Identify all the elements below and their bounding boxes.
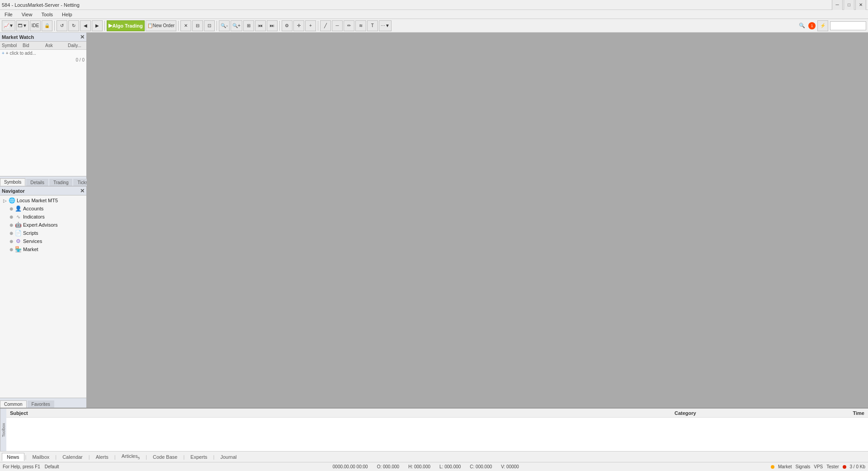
bottom-main: Subject Category Time bbox=[6, 409, 868, 451]
tab-favorites[interactable]: Favorites bbox=[28, 400, 54, 408]
menu-view[interactable]: View bbox=[19, 11, 35, 18]
status-right: Market Signals VPS Tester 3 / 0 Kb bbox=[771, 464, 865, 469]
lock-button[interactable]: 🔒 bbox=[42, 20, 52, 31]
nav-item-root[interactable]: ▷ 🌐 Locus Market MT5 bbox=[0, 196, 86, 205]
tab-common[interactable]: Common bbox=[0, 400, 27, 408]
close-all-button[interactable]: ✕ bbox=[180, 20, 191, 31]
back-button[interactable]: ◀ bbox=[80, 20, 91, 31]
text-tool[interactable]: T bbox=[367, 20, 378, 31]
minimize-button[interactable]: ─ bbox=[832, 0, 843, 10]
bottom-table-header: Subject Category Time bbox=[6, 409, 868, 418]
menu-tools[interactable]: Tools bbox=[38, 11, 56, 18]
nav-item-services[interactable]: ⊕ ⚙ Services bbox=[0, 237, 86, 245]
nav-item-market[interactable]: ⊕ 🏪 Market bbox=[0, 245, 86, 253]
signals-label: Signals bbox=[795, 464, 810, 469]
zoom-in-button[interactable]: 🔍+ bbox=[231, 20, 242, 31]
zoom-out-button[interactable]: 🔍- bbox=[219, 20, 230, 31]
col-category: Category bbox=[675, 410, 810, 416]
market-watch-close[interactable]: ✕ bbox=[80, 34, 85, 40]
separator-3 bbox=[178, 21, 179, 31]
ide-button[interactable]: IDE bbox=[30, 20, 41, 31]
tab-experts[interactable]: Experts bbox=[185, 453, 212, 461]
main-area: Market Watch ✕ Symbol Bid Ask Daily... +… bbox=[0, 33, 868, 408]
bottom-content: Toolbox Subject Category Time bbox=[0, 409, 868, 451]
market-status-dot bbox=[771, 465, 774, 469]
new-order-button[interactable]: 📋 New Order bbox=[146, 20, 176, 31]
col-daily: Daily... bbox=[66, 43, 86, 48]
status-bar: For Help, press F1 Default 0000.00.00 00… bbox=[0, 462, 868, 471]
toolbar-input[interactable] bbox=[830, 21, 866, 30]
nav-item-indicators[interactable]: ⊕ ∿ Indicators bbox=[0, 213, 86, 221]
period-forward-button[interactable]: ⏭ bbox=[267, 20, 278, 31]
forward-button[interactable]: ▶ bbox=[92, 20, 103, 31]
connect-button[interactable]: ⚡ bbox=[817, 20, 828, 31]
nav-item-scripts[interactable]: ⊕ 📄 Scripts bbox=[0, 229, 86, 237]
market-watch-columns: Symbol Bid Ask Daily... bbox=[0, 42, 86, 50]
scripts-icon: 📄 bbox=[14, 230, 22, 236]
new-chart-button[interactable]: 📈 ▼ bbox=[2, 20, 15, 31]
grid-button[interactable]: ⊞ bbox=[243, 20, 254, 31]
col-symbol: Symbol bbox=[0, 43, 21, 48]
tab-journal[interactable]: Journal bbox=[215, 453, 241, 461]
separator-4 bbox=[217, 21, 217, 31]
undo-button[interactable]: ↺ bbox=[57, 20, 67, 31]
market-watch-panel: Market Watch ✕ Symbol Bid Ask Daily... +… bbox=[0, 33, 86, 186]
toolbar: 📈 ▼ 🗔 ▼ IDE 🔒 ↺ ↻ ◀ ▶ ▶ Algo Trading 📋 N… bbox=[0, 19, 868, 33]
status-ohlcv: 0000.00.00 00:00 O: 000.000 H: 000.000 L… bbox=[85, 464, 766, 469]
toolbox-label[interactable]: Toolbox bbox=[0, 409, 6, 451]
market-icon: 🏪 bbox=[14, 246, 22, 252]
bottom-section: Toolbox Subject Category Time News | Mai… bbox=[0, 408, 868, 462]
c-value: C: 000.000 bbox=[470, 464, 492, 469]
chart-area[interactable] bbox=[87, 33, 868, 408]
symbol-counter: 0 / 0 bbox=[0, 57, 86, 63]
globe-icon: 🌐 bbox=[8, 197, 15, 204]
line-tool[interactable]: ╱ bbox=[320, 20, 331, 31]
tab-symbols[interactable]: Symbols bbox=[0, 178, 25, 186]
tile-v-button[interactable]: ⊡ bbox=[204, 20, 215, 31]
period-back-button[interactable]: ⏮ bbox=[255, 20, 266, 31]
col-time: Time bbox=[810, 410, 864, 416]
add-symbol-row[interactable]: + + click to add... bbox=[0, 50, 86, 57]
nav-item-ea[interactable]: ⊕ 🤖 Expert Advisors bbox=[0, 221, 86, 229]
tab-details[interactable]: Details bbox=[26, 179, 48, 186]
search-button[interactable]: 🔍 bbox=[797, 21, 807, 30]
more-tools[interactable]: ⋯▼ bbox=[379, 20, 392, 31]
notification-badge[interactable]: 1 bbox=[808, 22, 816, 29]
connection-dot bbox=[843, 465, 846, 469]
redo-button[interactable]: ↻ bbox=[68, 20, 79, 31]
new-window-button[interactable]: 🗔 ▼ bbox=[16, 20, 29, 31]
menu-help[interactable]: Help bbox=[59, 11, 75, 18]
default-label: Default bbox=[45, 464, 81, 469]
market-label: Market bbox=[778, 464, 792, 469]
algo-trading-button[interactable]: ▶ Algo Trading bbox=[107, 20, 144, 31]
tab-articles[interactable]: Articles5 bbox=[117, 452, 145, 461]
tile-h-button[interactable]: ⊟ bbox=[192, 20, 203, 31]
menu-file[interactable]: File bbox=[2, 11, 15, 18]
col-subject: Subject bbox=[10, 410, 675, 416]
restore-button[interactable]: □ bbox=[844, 0, 854, 10]
nav-item-accounts[interactable]: ⊕ 👤 Accounts bbox=[0, 205, 86, 213]
market-watch-body: + + click to add... 0 / 0 bbox=[0, 50, 86, 176]
expand-market: ⊕ bbox=[8, 247, 14, 252]
market-watch-title: Market Watch bbox=[2, 34, 34, 40]
tab-news[interactable]: News bbox=[2, 453, 24, 461]
hline-tool[interactable]: ─ bbox=[332, 20, 343, 31]
ea-icon: 🤖 bbox=[14, 222, 22, 228]
window-title: 584 - LocusMarket-Server - Netting bbox=[2, 2, 80, 8]
tab-codebase[interactable]: Code Base bbox=[148, 453, 182, 461]
close-button[interactable]: ✕ bbox=[855, 0, 866, 10]
tab-mailbox[interactable]: Mailbox bbox=[27, 453, 54, 461]
navigator-close[interactable]: ✕ bbox=[80, 188, 85, 194]
tab-alerts[interactable]: Alerts bbox=[91, 453, 113, 461]
objects-button[interactable]: ⚙ bbox=[282, 20, 292, 31]
fib-tool[interactable]: ≋ bbox=[355, 20, 366, 31]
expand-ea: ⊕ bbox=[8, 223, 14, 228]
plus-button[interactable]: + bbox=[305, 20, 316, 31]
market-watch-header: Market Watch ✕ bbox=[0, 33, 86, 42]
draw-tool[interactable]: ✏ bbox=[344, 20, 354, 31]
o-value: O: 000.000 bbox=[377, 464, 399, 469]
tab-trading[interactable]: Trading bbox=[49, 179, 73, 186]
expand-services: ⊕ bbox=[8, 239, 14, 244]
tab-calendar[interactable]: Calendar bbox=[57, 453, 88, 461]
crosshair-button[interactable]: ✛ bbox=[293, 20, 304, 31]
